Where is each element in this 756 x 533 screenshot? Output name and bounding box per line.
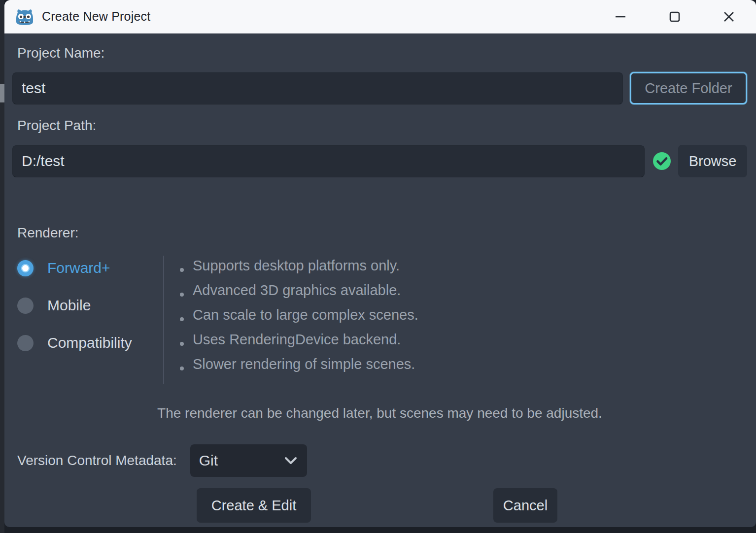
- create-new-project-dialog: Create New Project Project Name: Create …: [4, 0, 756, 527]
- renderer-note: The renderer can be changed later, but s…: [12, 405, 747, 421]
- renderer-feature-list: Supports desktop platforms only. Advance…: [164, 255, 418, 384]
- project-path-row: Browse: [12, 145, 747, 177]
- renderer-options-block: Forward+ Mobile Compatibility Supports d…: [17, 255, 747, 384]
- renderer-radio-column: Forward+ Mobile Compatibility: [17, 255, 163, 384]
- renderer-option-compatibility[interactable]: Compatibility: [17, 331, 163, 355]
- feature-text: Slower rendering of simple scenes.: [193, 356, 415, 372]
- cancel-button[interactable]: Cancel: [493, 488, 557, 523]
- browse-button[interactable]: Browse: [678, 145, 747, 177]
- window-controls: [593, 0, 756, 33]
- project-name-label: Project Name:: [17, 33, 747, 61]
- feature-text: Uses RenderingDevice backend.: [193, 332, 401, 348]
- project-path-input[interactable]: [12, 145, 645, 177]
- godot-logo-icon: [14, 7, 35, 27]
- window-title: Create New Project: [42, 9, 150, 24]
- version-control-selected-value: Git: [199, 452, 218, 469]
- create-folder-button[interactable]: Create Folder: [630, 72, 747, 104]
- version-control-dropdown[interactable]: Git: [190, 444, 307, 477]
- dialog-body: Project Name: Create Folder Project Path…: [4, 33, 756, 527]
- feature-text: Supports desktop platforms only.: [193, 258, 400, 274]
- list-item: Advanced 3D graphics available.: [180, 282, 418, 307]
- project-path-label: Project Path:: [17, 104, 747, 133]
- project-name-input[interactable]: [12, 72, 623, 104]
- bullet-icon: [180, 366, 184, 370]
- create-and-edit-button[interactable]: Create & Edit: [197, 488, 311, 523]
- list-item: Uses RenderingDevice backend.: [180, 332, 418, 356]
- background-scrollbar-thumb: [0, 84, 4, 102]
- renderer-label: Renderer:: [17, 177, 747, 241]
- feature-text: Advanced 3D graphics available.: [193, 282, 401, 299]
- close-icon: [722, 10, 735, 23]
- version-control-label: Version Control Metadata:: [17, 453, 177, 468]
- maximize-icon: [668, 10, 681, 23]
- radio-unselected-icon: [17, 298, 34, 314]
- close-button[interactable]: [702, 0, 756, 33]
- bullet-icon: [180, 317, 184, 321]
- background-window-edge: [0, 0, 4, 533]
- chevron-down-icon: [283, 456, 298, 466]
- minimize-icon: [614, 10, 627, 23]
- feature-text: Can scale to large complex scenes.: [193, 307, 418, 323]
- titlebar[interactable]: Create New Project: [4, 0, 756, 33]
- radio-unselected-icon: [17, 335, 34, 351]
- renderer-option-label: Mobile: [47, 297, 91, 314]
- bullet-icon: [180, 293, 184, 297]
- radio-selected-icon: [17, 260, 34, 276]
- screen: Create New Project Project Name: Create …: [0, 0, 756, 533]
- minimize-button[interactable]: [593, 0, 648, 33]
- renderer-option-forward-plus[interactable]: Forward+: [17, 256, 163, 280]
- list-item: Slower rendering of simple scenes.: [180, 356, 418, 381]
- dialog-actions: Create & Edit Cancel: [12, 488, 747, 523]
- bullet-icon: [180, 268, 184, 272]
- version-control-row: Version Control Metadata: Git: [17, 444, 747, 477]
- renderer-option-mobile[interactable]: Mobile: [17, 294, 163, 317]
- project-name-row: Create Folder: [12, 72, 747, 104]
- bullet-icon: [180, 342, 184, 346]
- renderer-option-label: Forward+: [47, 260, 110, 276]
- list-item: Can scale to large complex scenes.: [180, 307, 418, 332]
- maximize-button[interactable]: [648, 0, 702, 33]
- list-item: Supports desktop platforms only.: [180, 258, 418, 282]
- path-valid-check-icon: [653, 152, 671, 170]
- renderer-option-label: Compatibility: [47, 334, 132, 351]
